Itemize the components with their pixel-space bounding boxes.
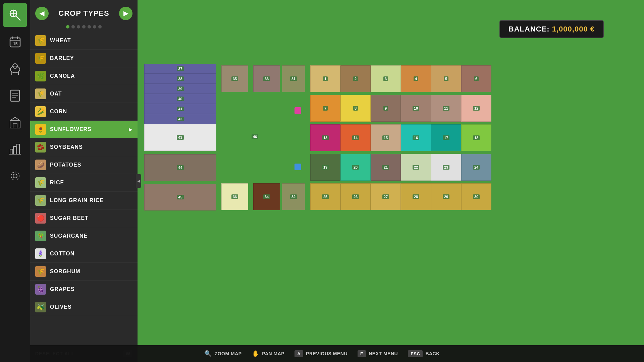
field-31[interactable]: 31 — [282, 65, 305, 92]
crop-item-oat[interactable]: 🌾 OAT — [30, 85, 138, 103]
crop-item-cotton[interactable]: 🪻 COTTON — [30, 245, 138, 263]
crop-icon-sunflowers: 🌻 — [35, 124, 46, 135]
field-33[interactable]: 33 — [253, 65, 280, 92]
field-19[interactable]: 19 — [310, 154, 340, 181]
svg-rect-7 — [13, 124, 17, 128]
crop-item-grapes[interactable]: 🍇 GRAPES — [30, 281, 138, 298]
field-1[interactable]: 1 — [310, 65, 340, 92]
crop-item-corn[interactable]: 🌽 CORN — [30, 103, 138, 121]
field-34[interactable]: 34 — [253, 183, 280, 210]
field-8[interactable]: 8 — [340, 95, 371, 122]
field-32[interactable]: 32 — [282, 183, 305, 210]
field-35[interactable]: 35 — [221, 65, 248, 92]
field-12[interactable]: 12 — [461, 95, 491, 122]
field-number-24: 24 — [473, 165, 480, 170]
field-2[interactable]: 2 — [340, 65, 371, 92]
crop-name-sunflowers: SUNFLOWERS — [50, 126, 125, 132]
field-27[interactable]: 27 — [371, 183, 401, 210]
field-44[interactable]: 44 — [144, 154, 216, 181]
page-dot-2[interactable] — [71, 25, 75, 28]
pan-map-action[interactable]: ✋ PAN MAP — [252, 350, 285, 357]
field-9[interactable]: 9 — [371, 95, 401, 122]
field-41[interactable]: 41 — [144, 104, 216, 114]
field-37[interactable]: 37 — [144, 64, 216, 74]
field-40[interactable]: 40 — [144, 94, 216, 104]
previous-menu-action[interactable]: A PREVIOUS MENU — [294, 350, 347, 357]
field-36[interactable]: 36 — [221, 183, 248, 210]
sidebar-item-stats[interactable] — [3, 137, 27, 161]
field-number-33: 33 — [263, 76, 270, 81]
field-39[interactable]: 39 — [144, 84, 216, 94]
nav-next-button[interactable]: ▶ — [119, 7, 132, 20]
field-30[interactable]: 30 — [461, 183, 491, 210]
field-number-42: 42 — [177, 117, 183, 121]
field-10[interactable]: 10 — [401, 95, 431, 122]
field-17[interactable]: 17 — [431, 124, 461, 151]
field-4[interactable]: 4 — [401, 65, 431, 92]
field-25[interactable]: 25 — [310, 183, 340, 210]
crop-name-cotton: COTTON — [50, 251, 132, 257]
page-dot-6[interactable] — [93, 25, 96, 28]
crop-item-sorghum[interactable]: 🌾 SORGHUM — [30, 263, 138, 281]
crop-item-barley[interactable]: 🌾 BARLEY — [30, 50, 138, 67]
field-11[interactable]: 11 — [431, 95, 461, 122]
field-7[interactable]: 7 — [310, 95, 340, 122]
back-action[interactable]: ESC BACK — [408, 350, 440, 357]
page-dot-7[interactable] — [98, 25, 102, 28]
sidebar-item-map[interactable] — [3, 3, 27, 27]
field-29[interactable]: 29 — [431, 183, 461, 210]
crop-item-long-grain-rice[interactable]: 🌾 LONG GRAIN RICE — [30, 192, 138, 209]
page-dot-4[interactable] — [82, 25, 86, 28]
pan-map-icon: ✋ — [252, 350, 260, 357]
map-area[interactable]: 1234567891011121314151617181920212223242… — [141, 0, 644, 345]
field-18[interactable]: 18 — [461, 124, 491, 151]
svg-text:15: 15 — [13, 42, 18, 46]
field-number-36: 36 — [231, 194, 238, 199]
sidebar-item-storage[interactable] — [3, 111, 27, 134]
sidebar-item-contracts[interactable] — [3, 84, 27, 107]
field-14[interactable]: 14 — [340, 124, 371, 151]
field-28[interactable]: 28 — [401, 183, 431, 210]
field-15[interactable]: 15 — [371, 124, 401, 151]
crop-item-olives[interactable]: 🫒 OLIVES — [30, 298, 138, 316]
field-3[interactable]: 3 — [371, 65, 401, 92]
zoom-map-action[interactable]: 🔍 ZOOM MAP — [204, 350, 242, 357]
panel-expand-button[interactable]: ◀ — [136, 174, 141, 188]
field-number-29: 29 — [443, 194, 449, 199]
field-13[interactable]: 13 — [310, 124, 340, 151]
field-43[interactable]: 43 — [144, 124, 216, 151]
field-21[interactable]: 21 — [371, 154, 401, 181]
sidebar-item-livestock[interactable] — [3, 57, 27, 80]
crop-item-wheat[interactable]: 🌾 WHEAT — [30, 32, 138, 50]
field-26[interactable]: 26 — [340, 183, 371, 210]
crop-item-soybeans[interactable]: 🫘 SOYBEANS — [30, 138, 138, 156]
page-dot-1[interactable] — [66, 25, 69, 28]
field-16[interactable]: 16 — [401, 124, 431, 151]
crop-icon-grapes: 🍇 — [35, 284, 46, 295]
crop-item-sugarcane[interactable]: 🎋 SUGARCANE — [30, 227, 138, 245]
crop-item-sunflowers[interactable]: 🌻 SUNFLOWERS ▶ — [30, 121, 138, 138]
field-46[interactable]: 46 — [241, 131, 268, 142]
field-20[interactable]: 20 — [340, 154, 371, 181]
page-dot-5[interactable] — [88, 25, 91, 28]
sidebar-item-settings[interactable] — [3, 164, 27, 188]
crop-item-sugar-beet[interactable]: 🔴 SUGAR BEET — [30, 209, 138, 227]
crop-item-canola[interactable]: 🌿 CANOLA — [30, 67, 138, 85]
field-38[interactable]: 38 — [144, 74, 216, 84]
field-5[interactable]: 5 — [431, 65, 461, 92]
field-23[interactable]: 23 — [431, 154, 461, 181]
crop-name-rice: RICE — [50, 180, 132, 186]
nav-prev-button[interactable]: ◀ — [35, 7, 49, 20]
page-dot-3[interactable] — [77, 25, 80, 28]
field-22[interactable]: 22 — [401, 154, 431, 181]
field-42[interactable]: 42 — [144, 114, 216, 124]
field-6[interactable]: 6 — [461, 65, 491, 92]
next-menu-action[interactable]: E NEXT MENU — [358, 350, 398, 357]
crop-item-potatoes[interactable]: 🥔 POTATOES — [30, 156, 138, 174]
next-menu-label: NEXT MENU — [369, 351, 398, 356]
field-24[interactable]: 24 — [461, 154, 491, 181]
field-45[interactable]: 45 — [144, 184, 216, 210]
field-number-7: 7 — [323, 106, 328, 111]
sidebar-item-calendar[interactable]: 15 — [3, 30, 27, 54]
crop-item-rice[interactable]: 🌾 RICE — [30, 174, 138, 192]
